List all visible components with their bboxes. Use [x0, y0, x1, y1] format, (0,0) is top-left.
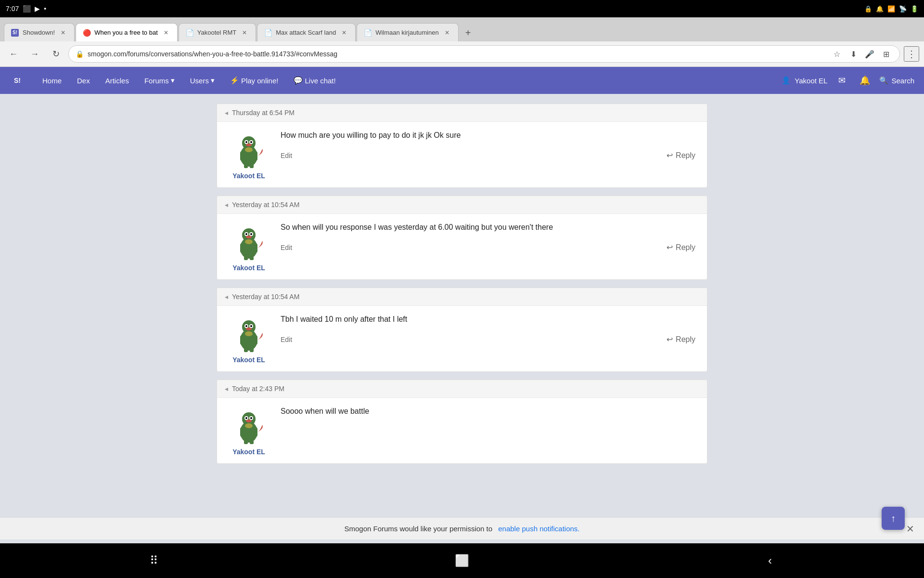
nav-articles[interactable]: Articles — [98, 67, 137, 94]
reply-button-2[interactable]: ↩ Reply — [663, 241, 699, 254]
svg-point-28 — [245, 325, 247, 327]
site-navigation: S! Home Dex Articles Forums ▾ Users ▾ ⚡ … — [0, 67, 924, 94]
message-text-4: Soooo when will we battle — [281, 406, 699, 417]
android-home-button[interactable]: ⬜ — [448, 546, 476, 575]
svg-point-16 — [245, 233, 247, 235]
nav-play-online[interactable]: ⚡ Play online! — [222, 67, 286, 94]
reply-label-2: Reply — [676, 243, 695, 252]
android-back-button[interactable]: ‹ — [756, 546, 784, 575]
svg-rect-19 — [240, 243, 244, 253]
reply-button-3[interactable]: ↩ Reply — [663, 333, 699, 346]
back-button[interactable]: ← — [5, 45, 22, 63]
tab-favicon-showdown: S! — [11, 29, 19, 37]
bottom-navigation-bar: ⠿ ⬜ ‹ — [0, 543, 924, 578]
svg-rect-32 — [254, 335, 257, 345]
arrow-up-icon: ↑ — [891, 513, 896, 524]
address-row: ← → ↻ 🔒 smogon.com/forums/conversations/… — [0, 41, 924, 66]
reload-button[interactable]: ↻ — [47, 45, 64, 63]
nav-home-label: Home — [42, 77, 62, 85]
reply-button-1[interactable]: ↩ Reply — [663, 149, 699, 162]
notification-text: Smogon Forums would like your permission… — [344, 525, 492, 533]
nav-users[interactable]: Users ▾ — [182, 67, 222, 94]
notification-close-button[interactable]: ✕ — [906, 523, 914, 535]
download-icon[interactable]: ⬇ — [847, 47, 860, 61]
svg-rect-10 — [250, 164, 254, 168]
nav-articles-label: Articles — [105, 77, 129, 85]
bookmark-icon[interactable]: ☆ — [830, 47, 844, 61]
reply-icon-2: ↩ — [667, 243, 673, 252]
avatar-name-4[interactable]: Yakoot EL — [232, 448, 265, 456]
message-text-2: So when will you response I was yesterda… — [281, 222, 699, 233]
tab-battle[interactable]: 🔴 When you a free to bat ✕ — [76, 23, 178, 41]
avatar-name-3[interactable]: Yakoot EL — [232, 356, 265, 364]
svg-rect-31 — [240, 335, 244, 345]
tab-close-wilmaan[interactable]: ✕ — [443, 28, 451, 37]
svg-point-17 — [250, 233, 252, 235]
search-button[interactable]: 🔍 Search — [879, 76, 914, 85]
tab-close-maxattack[interactable]: ✕ — [340, 28, 348, 37]
nav-dex-label: Dex — [77, 77, 90, 85]
qr-icon[interactable]: ⊞ — [879, 47, 893, 61]
message-arrow-icon-4: ◂ — [225, 385, 228, 393]
tab-close-showdown[interactable]: ✕ — [59, 28, 67, 37]
reply-label-1: Reply — [676, 151, 695, 160]
tab-close-battle[interactable]: ✕ — [162, 28, 170, 37]
svg-rect-46 — [250, 440, 254, 444]
svg-rect-9 — [244, 164, 248, 168]
message-content-col-3: Tbh I waited 10 m only after that I left… — [281, 314, 699, 346]
nav-forums[interactable]: Forums ▾ — [137, 67, 182, 94]
forward-button[interactable]: → — [26, 45, 43, 63]
tab-showdown[interactable]: S! Showdown! ✕ — [4, 23, 75, 41]
message-body-2: Yakoot EL So when will you response I wa… — [217, 214, 707, 279]
message-arrow-icon-3: ◂ — [225, 293, 228, 301]
message-header-2: ◂ Yesterday at 10:54 AM — [217, 196, 707, 214]
android-menu-button[interactable]: ⠿ — [140, 546, 168, 575]
message-card-4: ◂ Today at 2:43 PM — [217, 380, 707, 464]
svg-point-11 — [245, 147, 253, 152]
tab-title-maxattack: Max attack Scarf land — [276, 29, 336, 36]
play-icon: ⚡ — [230, 76, 239, 85]
mail-icon-button[interactable]: ✉ — [833, 72, 850, 89]
message-avatar-col-3: Yakoot EL — [225, 314, 273, 364]
avatar-sprite-1 — [230, 130, 268, 168]
svg-point-41 — [250, 417, 252, 419]
avatar-name-1[interactable]: Yakoot EL — [232, 172, 265, 180]
clock: 7:07 — [6, 5, 19, 13]
tab-wilmaan[interactable]: 📄 Wilmaan kirjautuminen ✕ — [357, 23, 459, 41]
message-actions-3: Edit ↩ Reply — [281, 333, 699, 346]
svg-point-30 — [246, 328, 252, 330]
notification-link[interactable]: enable push notifications. — [498, 525, 579, 533]
tab-favicon-battle: 🔴 — [83, 29, 90, 37]
nav-dex[interactable]: Dex — [69, 67, 98, 94]
address-bar-icons: ☆ ⬇ 🎤 ⊞ — [830, 47, 893, 61]
new-tab-button[interactable]: + — [460, 24, 477, 41]
edit-link-1[interactable]: Edit — [281, 152, 292, 159]
site-logo[interactable]: S! — [10, 73, 25, 88]
svg-rect-8 — [254, 151, 257, 161]
edit-link-2[interactable]: Edit — [281, 244, 292, 251]
bell-icon-button[interactable]: 🔔 — [856, 72, 873, 89]
message-timestamp-2: Yesterday at 10:54 AM — [232, 201, 299, 209]
browser-chrome: S! Showdown! ✕ 🔴 When you a free to bat … — [0, 17, 924, 67]
svg-point-4 — [245, 141, 247, 143]
message-body-4: Yakoot EL Soooo when will we battle — [217, 398, 707, 463]
scroll-to-top-button[interactable]: ↑ — [882, 507, 905, 530]
browser-menu-button[interactable]: ⋮ — [904, 46, 919, 62]
nav-users-dropdown-icon: ▾ — [211, 76, 215, 85]
edit-link-3[interactable]: Edit — [281, 336, 292, 343]
message-arrow-icon-2: ◂ — [225, 201, 228, 209]
svg-point-40 — [245, 417, 247, 419]
tab-close-yakootel[interactable]: ✕ — [240, 28, 249, 37]
tab-maxattack[interactable]: 📄 Max attack Scarf land ✕ — [257, 23, 356, 41]
message-timestamp-4: Today at 2:43 PM — [232, 385, 284, 393]
tab-yakootel[interactable]: 📄 Yakootel RMT ✕ — [179, 23, 256, 41]
voice-icon[interactable]: 🎤 — [863, 47, 876, 61]
main-content: ◂ Thursday at 6:54 PM — [0, 94, 924, 578]
address-bar[interactable]: 🔒 smogon.com/forums/conversations/when-y… — [68, 45, 900, 63]
nav-live-chat[interactable]: 💬 Live chat! — [286, 67, 343, 94]
avatar-name-2[interactable]: Yakoot EL — [232, 264, 265, 272]
nav-home[interactable]: Home — [35, 67, 69, 94]
wifi-icon: 📶 — [887, 5, 895, 13]
user-menu[interactable]: 👤 Yakoot EL — [782, 76, 827, 85]
username-label: Yakoot EL — [795, 77, 827, 85]
